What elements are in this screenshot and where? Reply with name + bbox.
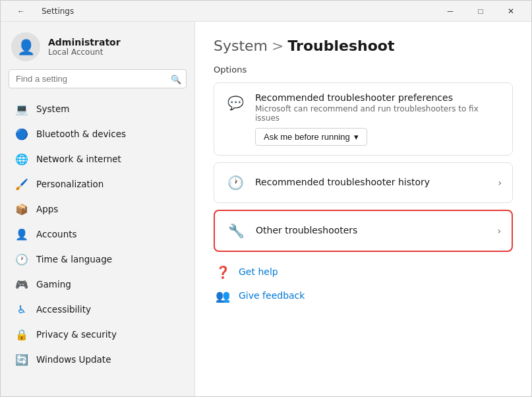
sidebar-item-privacy[interactable]: 🔒 Privacy & security [5,322,191,347]
maximize-button[interactable]: □ [465,1,496,22]
section-label: Options [214,65,513,75]
user-role: Local Account [48,47,121,57]
breadcrumb: System > Troubleshoot [214,38,513,54]
dropdown-label: Ask me before running [264,132,350,142]
sidebar-item-label: System [36,104,180,114]
main-content: System > Troubleshoot Options 💬 Recommen… [195,22,531,396]
time-icon: 🕐 [15,253,28,266]
give-feedback-label: Give feedback [239,290,305,301]
breadcrumb-current: Troubleshoot [287,38,394,54]
sidebar-item-label: Accessibility [36,304,180,315]
sidebar-item-bluetooth[interactable]: 🔵 Bluetooth & devices [5,121,191,146]
sidebar-item-accessibility[interactable]: ♿ Accessibility [5,297,191,322]
history-icon: 🕐 [225,172,246,193]
sidebar-item-label: Accounts [36,229,180,239]
feedback-icon: 👥 [214,286,232,305]
chat-icon: 💬 [225,92,246,113]
sidebar-item-label: Apps [36,204,180,214]
card-desc: Microsoft can recommend and run troubles… [255,104,502,123]
privacy-icon: 🔒 [15,328,28,341]
title-bar-title: Settings [42,7,74,16]
search-input[interactable] [9,69,187,88]
card-text: Recommended troubleshooter preferences M… [255,92,502,146]
sidebar-item-network[interactable]: 🌐 Network & internet [5,146,191,171]
close-button[interactable]: ✕ [496,1,526,22]
user-name: Administrator [48,37,121,47]
sidebar-item-system[interactable]: 💻 System [5,96,191,121]
ask-before-running-dropdown[interactable]: Ask me before running ▾ [255,128,367,146]
chevron-right-icon: › [497,226,501,236]
recommended-prefs-card: 💬 Recommended troubleshooter preferences… [214,82,513,156]
card-text: Recommended troubleshooter history [255,177,488,189]
recommended-history-card[interactable]: 🕐 Recommended troubleshooter history › [214,162,513,203]
title-bar: ← Settings ─ □ ✕ [1,1,531,22]
sidebar-item-label: Time & language [36,254,180,264]
update-icon: 🔄 [15,353,28,366]
sidebar-item-label: Personalization [36,179,180,189]
get-help-link[interactable]: ❓ Get help [214,262,513,281]
sidebar-item-gaming[interactable]: 🎮 Gaming [5,272,191,297]
chevron-right-icon: › [498,177,502,188]
other-troubleshooters-card[interactable]: 🔧 Other troubleshooters › [214,210,513,252]
card-text: Other troubleshooters [256,225,488,237]
user-profile[interactable]: 👤 Administrator Local Account [1,22,194,69]
sidebar-item-label: Privacy & security [36,329,180,340]
back-button[interactable]: ← [6,1,36,22]
breadcrumb-parent: System [214,38,268,54]
personalization-icon: 🖌️ [15,177,28,191]
card-title: Recommended troubleshooter preferences [255,92,502,103]
give-feedback-link[interactable]: 👥 Give feedback [214,286,513,305]
search-icon: 🔍 [171,74,181,84]
breadcrumb-separator: > [272,38,283,54]
user-info: Administrator Local Account [48,37,121,57]
apps-icon: 📦 [15,202,28,216]
get-help-label: Get help [239,266,278,277]
chevron-down-icon: ▾ [354,132,359,142]
wrench-icon: 🔧 [225,220,247,241]
link-section: ❓ Get help 👥 Give feedback [214,262,513,305]
accessibility-icon: ♿ [15,303,28,316]
avatar-icon: 👤 [17,39,35,55]
system-icon: 💻 [15,102,28,115]
card-title: Other troubleshooters [256,225,488,235]
nav-section: 💻 System 🔵 Bluetooth & devices 🌐 Network… [1,94,194,375]
sidebar-item-time[interactable]: 🕐 Time & language [5,247,191,272]
avatar: 👤 [11,32,40,61]
sidebar-item-label: Windows Update [36,354,180,365]
sidebar-item-label: Gaming [36,279,180,290]
title-bar-left: ← Settings [6,1,74,22]
minimize-button[interactable]: ─ [435,1,465,22]
sidebar: 👤 Administrator Local Account 🔍 💻 System… [1,22,195,396]
sidebar-item-label: Bluetooth & devices [36,129,180,139]
sidebar-item-update[interactable]: 🔄 Windows Update [5,347,191,372]
card-inner: 💬 Recommended troubleshooter preferences… [214,83,512,155]
network-icon: 🌐 [15,152,28,166]
card-row: 🕐 Recommended troubleshooter history › [214,163,512,202]
search-bar: 🔍 [9,69,187,88]
sidebar-item-apps[interactable]: 📦 Apps [5,197,191,222]
sidebar-item-personalization[interactable]: 🖌️ Personalization [5,171,191,197]
sidebar-item-label: Network & internet [36,154,180,164]
sidebar-item-accounts[interactable]: 👤 Accounts [5,222,191,247]
app-body: 👤 Administrator Local Account 🔍 💻 System… [1,22,531,396]
card-title: Recommended troubleshooter history [255,177,488,187]
gaming-icon: 🎮 [15,278,28,291]
accounts-icon: 👤 [15,228,28,241]
card-row: 🔧 Other troubleshooters › [215,211,512,251]
help-icon: ❓ [214,262,232,281]
title-bar-controls: ─ □ ✕ [435,1,526,22]
bluetooth-icon: 🔵 [15,127,28,140]
